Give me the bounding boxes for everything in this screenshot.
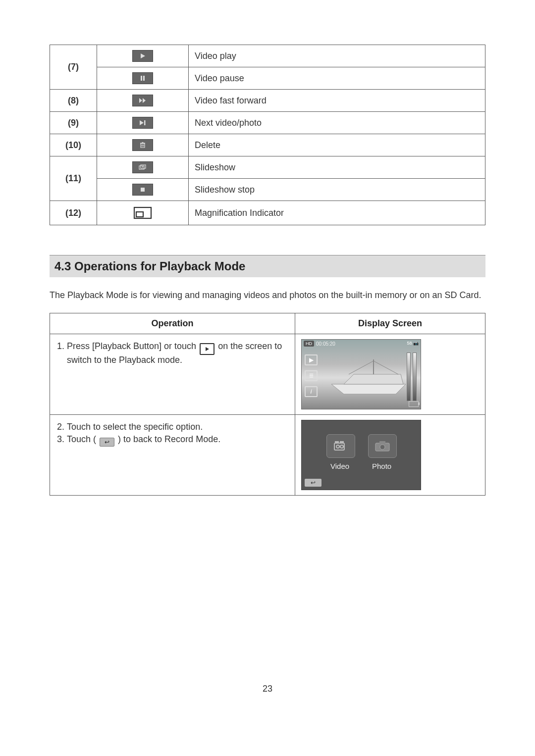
operation-cell: Touch to select the specific option. Tou… [50,415,295,496]
timestamp: 00:05:20 [316,341,335,347]
svg-marker-5 [140,120,144,125]
svg-marker-15 [142,166,144,168]
icon-label: Video pause [189,67,485,90]
step-text: Press [Playback Button] or touch [67,341,196,351]
icon-label: Video fast forward [189,90,485,112]
svg-marker-21 [344,374,403,384]
icon-cell [97,67,189,90]
icon-cell [97,45,189,67]
icon-cell [97,112,189,134]
svg-point-27 [340,445,343,448]
play-mini-icon: ▶ [305,354,318,365]
section-heading: 4.3 Operations for Playback Mode [50,255,485,277]
svg-rect-29 [340,441,344,443]
play-icon [132,50,153,62]
icon-label: Magnification Indicator [189,201,485,225]
svg-rect-16 [141,188,145,192]
step-text: ) to back to Record Mode. [118,434,220,444]
next-icon [132,117,153,129]
row-number: (7) [50,45,97,90]
svg-marker-4 [143,98,146,103]
row-number: (10) [50,134,97,156]
icon-label: Next video/photo [189,112,485,134]
video-mode-icon [326,434,355,458]
svg-marker-3 [139,98,142,103]
svg-point-31 [380,445,385,450]
playback-screen-thumbnail: HD 00:05:20 58 📷 ▶ ☰ i [301,339,421,409]
playback-inline-icon [200,343,214,355]
mode-select-thumbnail: Video Photo ↩ [301,420,421,490]
icon-cell [97,156,189,179]
row-number: (8) [50,90,97,112]
display-screen-cell: Video Photo ↩ [295,415,485,496]
svg-rect-9 [142,142,144,143]
info-mini-icon: i [305,386,318,397]
svg-marker-20 [331,384,406,394]
step-1: Press [Playback Button] or touch on the … [67,341,289,365]
icon-label: Video play [189,45,485,67]
svg-rect-32 [379,441,385,444]
svg-rect-13 [139,166,144,169]
operations-table: Operation Display Screen Press [Playback… [50,313,485,496]
photo-mode-icon [368,434,397,458]
row-number: (12) [50,201,97,225]
column-header-display-screen: Display Screen [295,313,485,334]
slider-bar-icon [407,353,411,401]
playback-icon-table: (7) Video play Video pause (8) Video fas… [50,45,485,225]
hd-badge: HD [304,341,314,347]
svg-rect-2 [143,76,145,81]
svg-point-26 [336,445,339,448]
row-number: (9) [50,112,97,134]
battery-icon [409,401,419,407]
section-intro: The Playback Mode is for viewing and man… [50,289,485,301]
count-label: 58 [407,341,412,346]
return-icon: ↩ [305,479,321,487]
photo-label: Photo [372,462,391,470]
icon-label: Slideshow stop [189,179,485,201]
svg-rect-6 [144,120,146,125]
column-header-operation: Operation [50,313,295,334]
icon-cell [97,179,189,201]
svg-rect-28 [335,441,339,443]
svg-rect-8 [140,143,145,144]
svg-marker-19 [206,347,209,351]
svg-rect-1 [141,76,142,81]
operation-cell: Press [Playback Button] or touch on the … [50,334,295,415]
display-screen-cell: HD 00:05:20 58 📷 ▶ ☰ i [295,334,485,415]
trash-icon [132,139,153,151]
icon-cell [97,201,189,225]
list-mini-icon: ☰ [305,370,318,381]
magnification-indicator-icon [133,206,153,220]
slider-bar-icon [413,353,417,401]
page-number: 23 [50,684,485,694]
video-label: Video [330,462,349,470]
stop-icon [132,184,153,196]
svg-line-23 [349,361,374,374]
icon-cell [97,90,189,112]
icon-cell [97,134,189,156]
return-inline-icon: ↩ [100,438,114,447]
fast-forward-icon [132,95,153,106]
pause-icon [132,72,153,84]
boat-image [329,357,408,397]
photo-mini-icon: 📷 [413,341,419,346]
step-3: Touch ( ↩ ) to back to Record Mode. [67,434,289,447]
icon-label: Delete [189,134,485,156]
svg-marker-0 [141,53,145,58]
step-text: Touch ( [67,434,96,444]
step-2: Touch to select the specific option. [67,422,289,432]
svg-line-24 [374,361,398,374]
svg-rect-18 [136,212,143,217]
slideshow-icon [132,161,153,173]
row-number: (11) [50,156,97,201]
icon-label: Slideshow [189,156,485,179]
